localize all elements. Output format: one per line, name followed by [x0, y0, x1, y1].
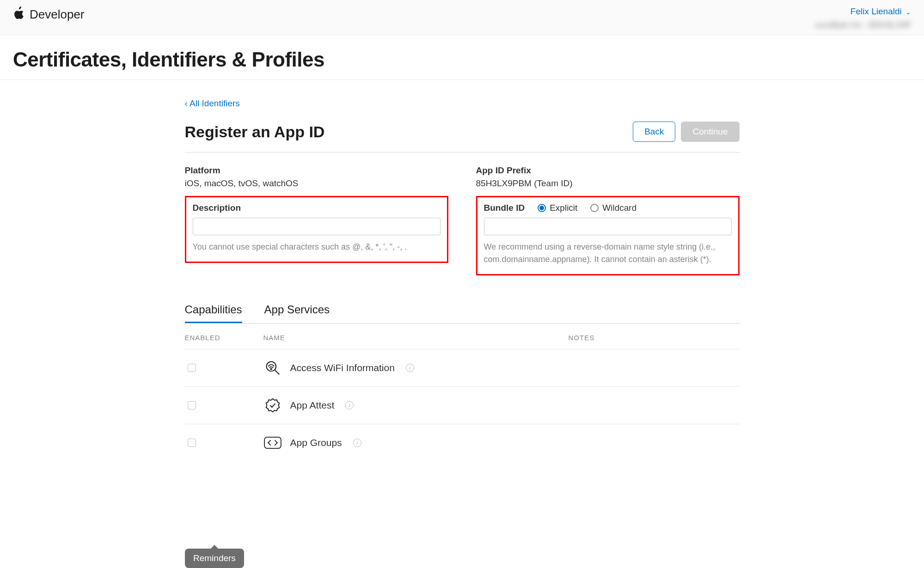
tabs: Capabilities App Services: [185, 303, 740, 324]
capability-checkbox[interactable]: [188, 439, 196, 447]
col-enabled-header: ENABLED: [185, 334, 263, 342]
capabilities-header-row: ENABLED NAME NOTES: [185, 324, 740, 349]
wildcard-label: Wildcard: [602, 203, 636, 213]
team-info-blurred: xxxxByte Inc - BSH3LX9P: [815, 20, 911, 30]
account-area: Felix Lienaldi ⌄ xxxxByte Inc - BSH3LX9P: [815, 6, 911, 30]
radio-unselected-icon: [590, 204, 599, 212]
bundle-id-help: We recommend using a reverse-domain name…: [484, 241, 732, 266]
account-dropdown[interactable]: Felix Lienaldi ⌄: [815, 6, 911, 17]
capability-row: App Groups i: [185, 424, 740, 461]
explicit-label: Explicit: [550, 203, 577, 213]
capability-name: App Attest: [290, 400, 335, 411]
page-title: Certificates, Identifiers & Profiles: [13, 48, 911, 71]
appid-prefix-value: 85H3LX9PBM (Team ID): [476, 178, 740, 189]
capability-name: App Groups: [290, 437, 342, 448]
svg-line-1: [275, 370, 279, 375]
capability-row: App Attest i: [185, 387, 740, 424]
section-title: Register an App ID: [185, 123, 325, 141]
back-button[interactable]: Back: [633, 122, 675, 142]
capability-name: Access WiFi Information: [290, 362, 395, 373]
brand-name: Developer: [30, 7, 85, 22]
svg-point-2: [270, 368, 271, 369]
platform-value: iOS, macOS, tvOS, watchOS: [185, 178, 448, 189]
bundle-id-label: Bundle ID: [484, 203, 525, 213]
bundle-explicit-radio[interactable]: Explicit: [538, 203, 577, 213]
description-label: Description: [193, 203, 441, 213]
brand[interactable]: Developer: [13, 6, 85, 22]
reminders-tooltip: Reminders: [185, 549, 244, 568]
capability-checkbox[interactable]: [188, 401, 196, 409]
description-box: Description You cannot use special chara…: [185, 196, 448, 263]
badge-check-icon: [263, 396, 282, 415]
svg-rect-3: [264, 437, 281, 448]
info-icon[interactable]: i: [353, 439, 361, 447]
chevron-down-icon: ⌄: [906, 8, 911, 16]
continue-button: Continue: [681, 122, 739, 142]
col-name-header: NAME: [263, 334, 569, 342]
all-identifiers-link[interactable]: ‹ All Identifiers: [185, 98, 240, 109]
tab-app-services[interactable]: App Services: [264, 303, 330, 323]
capability-row: Access WiFi Information i: [185, 349, 740, 387]
bundle-id-box: Bundle ID Explicit Wildcard We recommend…: [476, 196, 740, 275]
tab-capabilities[interactable]: Capabilities: [185, 303, 242, 323]
wifi-search-icon: [263, 359, 282, 377]
page-header: Certificates, Identifiers & Profiles: [0, 35, 924, 80]
radio-selected-icon: [538, 204, 546, 212]
bundle-wildcard-radio[interactable]: Wildcard: [590, 203, 636, 213]
col-notes-header: NOTES: [569, 334, 740, 342]
appid-prefix-label: App ID Prefix: [476, 165, 740, 176]
section-header: Register an App ID Back Continue: [185, 122, 740, 153]
description-input[interactable]: [193, 218, 441, 235]
top-bar: Developer Felix Lienaldi ⌄ xxxxByte Inc …: [0, 0, 924, 35]
bundle-id-input[interactable]: [484, 218, 732, 235]
account-name: Felix Lienaldi: [851, 6, 902, 16]
description-help: You cannot use special characters such a…: [193, 241, 441, 253]
info-icon[interactable]: i: [406, 364, 414, 372]
capability-checkbox[interactable]: [188, 364, 196, 372]
apple-logo-icon: [13, 6, 25, 22]
info-icon[interactable]: i: [345, 401, 354, 409]
platform-label: Platform: [185, 165, 448, 176]
arrows-exchange-icon: [263, 434, 282, 452]
